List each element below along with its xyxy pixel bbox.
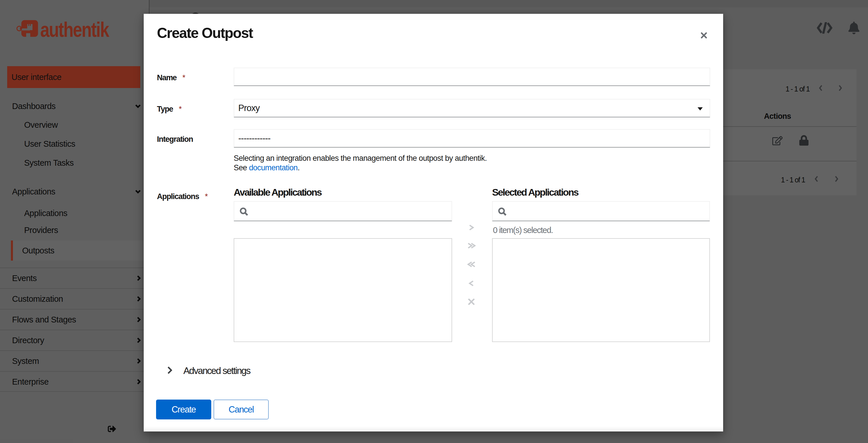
svg-text:authentik: authentik [40, 18, 110, 39]
